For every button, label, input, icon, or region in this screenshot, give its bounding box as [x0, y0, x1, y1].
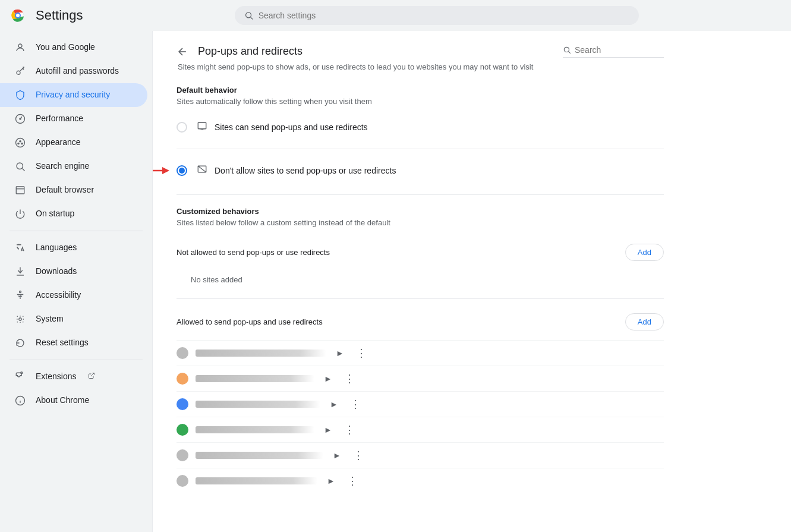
site-row: ► ⋮: [177, 417, 664, 442]
sidebar-item-label: Appearance: [36, 137, 81, 149]
site-favicon: [177, 347, 188, 359]
sidebar-item-label: Reset settings: [36, 337, 89, 349]
not-allowed-add-button[interactable]: Add: [625, 244, 664, 261]
content-inner: Pop-ups and redirects Sites might send p…: [153, 31, 688, 508]
sidebar-item-search-engine[interactable]: Search engine: [0, 155, 147, 178]
sidebar-item-label: Default browser: [36, 184, 94, 196]
site-row: ► ⋮: [177, 391, 664, 417]
sidebar-item-default-browser[interactable]: Default browser: [0, 178, 147, 202]
radio-block-row: Don't allow sites to send pop-ups or use…: [177, 159, 664, 182]
power-icon: [14, 208, 26, 220]
not-allowed-header: Not allowed to send pop-ups or use redir…: [177, 237, 664, 268]
site-chevron-icon[interactable]: ►: [320, 399, 348, 409]
sidebar-item-performance[interactable]: Performance: [0, 107, 147, 131]
site-name: [196, 426, 314, 433]
allowed-sites-list: ► ⋮ ► ⋮ ► ⋮: [177, 340, 664, 493]
site-chevron-icon[interactable]: ►: [326, 348, 354, 358]
svg-point-8: [16, 138, 25, 147]
svg-point-17: [19, 318, 22, 321]
radio-allow[interactable]: Sites can send pop-ups and use redirects: [177, 115, 664, 139]
radio-block-label: Don't allow sites to send pop-ups or use…: [215, 166, 396, 175]
page-search-bar[interactable]: [563, 45, 664, 58]
sidebar-item-accessibility[interactable]: Accessibility: [0, 284, 147, 307]
sidebar-item-label: You and Google: [36, 42, 95, 53]
chrome-logo-icon: [10, 7, 26, 24]
red-arrow-indicator: [152, 163, 174, 178]
back-button[interactable]: [177, 46, 188, 58]
page-header: Pop-ups and redirects: [177, 45, 664, 58]
sidebar-item-system[interactable]: System: [0, 307, 147, 331]
global-search-input[interactable]: [259, 11, 630, 20]
radio-divider: [177, 149, 664, 149]
sidebar-item-label: On startup: [36, 208, 74, 220]
palette-icon: [14, 137, 26, 149]
svg-line-29: [198, 166, 206, 172]
sidebar-item-downloads[interactable]: Downloads: [0, 260, 147, 284]
sidebar-item-label: Accessibility: [36, 289, 81, 301]
external-link-icon: [88, 372, 95, 382]
svg-point-9: [18, 143, 19, 144]
customized-subtitle: Sites listed below follow a custom setti…: [177, 218, 664, 227]
svg-point-12: [17, 163, 23, 169]
sidebar-item-label: System: [36, 313, 64, 325]
sidebar-item-you-google[interactable]: You and Google: [0, 36, 147, 59]
allowed-add-button[interactable]: Add: [625, 313, 664, 330]
sidebar-item-languages[interactable]: Languages: [0, 236, 147, 260]
translate-icon: [14, 242, 26, 254]
app-title: Settings: [36, 8, 83, 23]
no-sites-message: No sites added: [177, 268, 664, 291]
site-chevron-icon[interactable]: ►: [317, 476, 345, 486]
person-icon: [14, 42, 26, 53]
site-menu-icon[interactable]: ⋮: [354, 347, 369, 360]
svg-point-10: [20, 141, 21, 142]
site-name: [196, 401, 320, 408]
search-icon: [563, 46, 571, 54]
sidebar-item-label: Languages: [36, 242, 77, 254]
site-favicon: [177, 475, 188, 487]
page-header-left: Pop-ups and redirects: [177, 45, 302, 58]
sidebar-item-appearance[interactable]: Appearance: [0, 131, 147, 155]
site-favicon: [177, 398, 188, 410]
radio-label-block: Don't allow sites to send pop-ups or use…: [197, 165, 396, 177]
sidebar-item-label: Performance: [36, 113, 83, 125]
site-menu-icon[interactable]: ⋮: [342, 372, 357, 385]
content-area: Pop-ups and redirects Sites might send p…: [152, 31, 791, 532]
svg-line-24: [569, 52, 571, 53]
site-name: [196, 477, 317, 484]
sidebar-item-label: Search engine: [36, 160, 89, 172]
sidebar-item-on-startup[interactable]: On startup: [0, 202, 147, 226]
svg-marker-27: [162, 167, 169, 174]
gauge-icon: [14, 113, 26, 125]
radio-label-allow: Sites can send pop-ups and use redirects: [197, 121, 368, 133]
sidebar-item-privacy[interactable]: Privacy and security: [0, 83, 147, 107]
site-menu-icon[interactable]: ⋮: [342, 423, 357, 436]
site-chevron-icon[interactable]: ►: [323, 451, 351, 460]
site-menu-icon[interactable]: ⋮: [351, 449, 366, 462]
sidebar-item-about[interactable]: About Chrome: [0, 389, 147, 413]
popup-block-icon: [197, 165, 209, 177]
main-layout: You and Google Autofill and passwords Pr…: [0, 31, 791, 532]
sidebar-item-extensions[interactable]: Extensions: [0, 365, 147, 389]
search-bar[interactable]: [235, 6, 639, 25]
radio-block[interactable]: Don't allow sites to send pop-ups or use…: [177, 159, 664, 182]
shield-icon: [14, 89, 26, 101]
section-divider: [177, 194, 664, 195]
sidebar-item-label: Privacy and security: [36, 89, 110, 101]
sidebar-item-autofill[interactable]: Autofill and passwords: [0, 59, 147, 83]
site-row: ► ⋮: [177, 468, 664, 493]
site-chevron-icon[interactable]: ►: [314, 425, 342, 435]
site-menu-icon[interactable]: ⋮: [348, 398, 363, 411]
svg-point-7: [20, 118, 21, 119]
content-search-input[interactable]: [575, 45, 664, 55]
customized-title: Customized behaviors: [177, 207, 664, 216]
sidebar-divider-2: [10, 360, 143, 360]
site-menu-icon[interactable]: ⋮: [345, 474, 360, 487]
sidebar-item-reset[interactable]: Reset settings: [0, 331, 147, 355]
site-row: ► ⋮: [177, 442, 664, 468]
page-description: Sites might send pop-ups to show ads, or…: [177, 62, 664, 71]
svg-point-23: [564, 47, 569, 52]
window-icon: [14, 184, 26, 196]
site-row: ► ⋮: [177, 340, 664, 366]
not-allowed-label: Not allowed to send pop-ups or use redir…: [177, 248, 330, 257]
site-chevron-icon[interactable]: ►: [314, 374, 342, 383]
